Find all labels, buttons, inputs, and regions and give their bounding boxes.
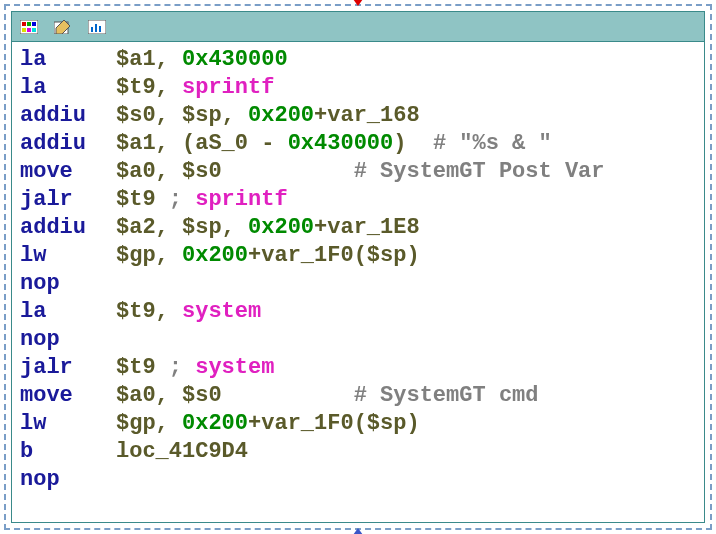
punct-token: , — [156, 299, 182, 324]
punct-token: , — [156, 103, 182, 128]
svg-rect-2 — [27, 22, 31, 26]
svg-rect-11 — [99, 26, 101, 32]
punct-token: , — [156, 411, 182, 436]
asm-line[interactable]: lw$gp, 0x200+var_1F0($sp) — [20, 242, 696, 270]
punct-token: , — [156, 75, 182, 100]
mnemonic: la — [20, 46, 116, 74]
mnemonic: nop — [20, 270, 116, 298]
edit-icon[interactable] — [54, 20, 72, 34]
reg-token: $s0 — [116, 103, 156, 128]
comment-token: ; — [169, 355, 195, 380]
punct-token: , — [156, 159, 182, 184]
mnemonic: jalr — [20, 354, 116, 382]
reg-token: $gp — [116, 243, 156, 268]
asm-line[interactable]: addiu$a2, $sp, 0x200+var_1E8 — [20, 214, 696, 242]
asm-line[interactable]: nop — [20, 326, 696, 354]
reg-token: $sp — [367, 411, 407, 436]
stats-icon[interactable] — [88, 20, 106, 34]
asm-line[interactable]: jalr$t9 ; sprintf — [20, 186, 696, 214]
reg-token: $t9 — [116, 299, 156, 324]
reg-token: $a2 — [116, 215, 156, 240]
svg-rect-1 — [22, 22, 26, 26]
reg-token: aS_0 — [195, 131, 248, 156]
svg-rect-10 — [95, 24, 97, 32]
punct-token: ( — [354, 243, 367, 268]
reg-token: +var_1F0 — [248, 243, 354, 268]
punct-token: ( — [354, 411, 367, 436]
asm-line[interactable]: move$a0, $s0 # SystemGT cmd — [20, 382, 696, 410]
punct-token: ) — [406, 243, 419, 268]
svg-rect-9 — [91, 27, 93, 32]
num-token: 0x200 — [248, 215, 314, 240]
reg-token: $s0 — [182, 159, 222, 184]
punct-token: , — [156, 47, 182, 72]
asm-line[interactable]: move$a0, $s0 # SystemGT Post Var — [20, 158, 696, 186]
disassembly-block-frame: la$a1, 0x430000la$t9, sprintfaddiu$s0, $… — [4, 4, 712, 530]
func-token: sprintf — [195, 187, 287, 212]
asm-line[interactable]: addiu$a1, (aS_0 - 0x430000) # "%s & " — [20, 130, 696, 158]
asm-line[interactable]: nop — [20, 466, 696, 494]
palette-icon[interactable] — [20, 20, 38, 34]
reg-token: $a1 — [116, 47, 156, 72]
asm-line[interactable]: nop — [20, 270, 696, 298]
punct-token: , — [156, 243, 182, 268]
reg-token: loc_41C9D4 — [116, 439, 248, 464]
reg-token: +var_1E8 — [314, 215, 420, 240]
mnemonic: nop — [20, 326, 116, 354]
reg-token: $sp — [367, 243, 407, 268]
punct-token: , — [156, 383, 182, 408]
punct-token: , ( — [156, 131, 196, 156]
reg-token: $t9 — [116, 75, 156, 100]
reg-token: $t9 — [116, 187, 169, 212]
svg-rect-6 — [32, 28, 36, 32]
func-token: sprintf — [182, 75, 274, 100]
asm-line[interactable]: jalr$t9 ; system — [20, 354, 696, 382]
mnemonic: lw — [20, 242, 116, 270]
asm-line[interactable]: la$a1, 0x430000 — [20, 46, 696, 74]
punct-token: ) — [406, 411, 419, 436]
mnemonic: la — [20, 298, 116, 326]
func-token: system — [182, 299, 261, 324]
num-token: 0x200 — [182, 411, 248, 436]
num-token: 0x430000 — [182, 47, 288, 72]
asm-line[interactable]: la$t9, sprintf — [20, 74, 696, 102]
svg-rect-5 — [27, 28, 31, 32]
asm-line[interactable]: lw$gp, 0x200+var_1F0($sp) — [20, 410, 696, 438]
mnemonic: b — [20, 438, 116, 466]
asm-line[interactable]: la$t9, system — [20, 298, 696, 326]
reg-token: $s0 — [182, 383, 222, 408]
comment-token: ; — [169, 187, 195, 212]
punct-token: ) — [393, 131, 433, 156]
num-token: 0x430000 — [288, 131, 394, 156]
disassembly-panel: la$a1, 0x430000la$t9, sprintfaddiu$s0, $… — [11, 11, 705, 523]
num-token: 0x200 — [182, 243, 248, 268]
reg-token: $gp — [116, 411, 156, 436]
mnemonic: addiu — [20, 130, 116, 158]
mnemonic: addiu — [20, 102, 116, 130]
reg-token: $a1 — [116, 131, 156, 156]
mnemonic: la — [20, 74, 116, 102]
punct-token: , — [222, 215, 248, 240]
mnemonic: nop — [20, 466, 116, 494]
asm-line[interactable]: addiu$s0, $sp, 0x200+var_168 — [20, 102, 696, 130]
block-toolbar — [12, 12, 704, 42]
flow-in-arrow-icon — [353, 0, 363, 6]
mnemonic: move — [20, 382, 116, 410]
func-token: system — [195, 355, 274, 380]
comment-token: # SystemGT cmd — [354, 383, 539, 408]
reg-token: +var_168 — [314, 103, 420, 128]
punct-token: , — [222, 103, 248, 128]
disassembly-code[interactable]: la$a1, 0x430000la$t9, sprintfaddiu$s0, $… — [12, 42, 704, 522]
punct-token — [222, 159, 354, 184]
mnemonic: move — [20, 158, 116, 186]
asm-line[interactable]: bloc_41C9D4 — [20, 438, 696, 466]
reg-token: $sp — [182, 103, 222, 128]
punct-token: - — [248, 131, 288, 156]
reg-token: $a0 — [116, 159, 156, 184]
svg-rect-4 — [22, 28, 26, 32]
mnemonic: addiu — [20, 214, 116, 242]
mnemonic: lw — [20, 410, 116, 438]
comment-token: # SystemGT Post Var — [354, 159, 605, 184]
svg-rect-3 — [32, 22, 36, 26]
punct-token — [222, 383, 354, 408]
